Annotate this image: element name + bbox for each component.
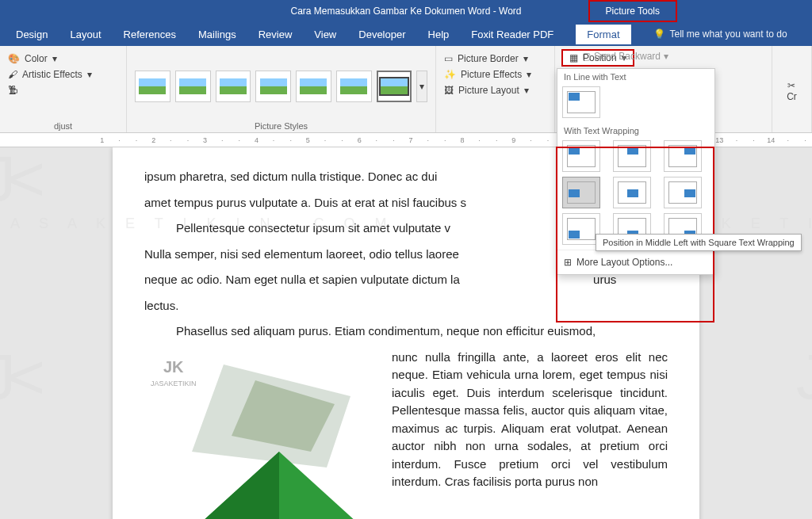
effects-label: Picture Effects <box>461 69 522 80</box>
style-thumb-5[interactable] <box>296 71 331 102</box>
pic-layout-icon: 🖼 <box>444 85 454 96</box>
position-top-center[interactable] <box>613 140 651 172</box>
send-backward-label: Send Backward <box>594 51 661 62</box>
picture-effects-button[interactable]: ✨Picture Effects ▾ <box>444 67 546 82</box>
svg-marker-3 <box>192 452 279 520</box>
color-button[interactable]: 🎨Color ▾ <box>8 51 118 67</box>
picture-tools-tab-group[interactable]: Picture Tools <box>588 0 677 22</box>
layout-label: Picture Layout <box>458 85 519 96</box>
color-icon: 🎨 <box>8 53 20 64</box>
p1a: ipsum pharetra, sed dictum nulla tristiq… <box>144 170 418 183</box>
position-middle-center[interactable] <box>613 177 651 208</box>
style-thumb-1[interactable] <box>135 71 170 102</box>
send-backward-button[interactable]: ▢Send Backward ▾ <box>582 51 668 62</box>
more-icon: ⊞ <box>564 257 572 268</box>
styles-more-button[interactable]: ▾ <box>416 71 427 102</box>
tab-foxit[interactable]: Foxit Reader PDF <box>471 29 553 40</box>
adjust-group-label: djust <box>8 121 118 131</box>
artistic-effects-button[interactable]: 🖌Artistic Effects ▾ <box>8 67 118 82</box>
styles-group-label: Picture Styles <box>135 121 427 131</box>
tab-references[interactable]: References <box>124 29 176 40</box>
flyout-section-wrap: With Text Wrapping <box>557 123 714 135</box>
paragraph-6: lectus. <box>144 297 668 315</box>
compress-icon: 🗜 <box>8 85 17 96</box>
border-label: Picture Border <box>458 53 519 64</box>
image-watermark: JK JASAKETIKIN <box>151 355 197 390</box>
group-arrange: ▦ Position ▾ In Line with Text With Text… <box>555 46 772 132</box>
position-middle-left[interactable] <box>562 177 600 208</box>
compress-button[interactable]: 🗜 <box>8 82 118 98</box>
style-thumb-6[interactable] <box>336 71 372 102</box>
style-thumb-4[interactable] <box>255 71 291 102</box>
crop-button[interactable]: ✂ Cr <box>787 80 797 102</box>
group-picture-styles: ▾ Picture Styles <box>127 46 436 132</box>
flyout-section-inline: In Line with Text <box>557 69 714 82</box>
artistic-label: Artistic Effects <box>22 69 82 80</box>
style-thumb-7[interactable] <box>377 71 412 102</box>
tab-format[interactable]: Format <box>576 25 630 44</box>
lightbulb-icon: 💡 <box>653 29 665 40</box>
color-label: Color <box>25 53 48 64</box>
wrapped-paragraph: nunc nulla fringilla ante, a laoreet ero… <box>392 349 668 520</box>
crop-label: Cr <box>787 91 797 102</box>
title-bar: Cara Memasukkan Gambar Ke Dokumen Word -… <box>0 0 812 22</box>
group-adjust: 🎨Color ▾ 🖌Artistic Effects ▾ 🗜 djust <box>0 46 127 132</box>
position-icon: ▦ <box>569 52 578 63</box>
position-top-left[interactable] <box>562 140 600 172</box>
styles-gallery: ▾ <box>135 51 427 121</box>
ribbon: 🎨Color ▾ 🖌Artistic Effects ▾ 🗜 djust ▾ P… <box>0 46 812 133</box>
position-grid <box>557 135 714 250</box>
position-inline[interactable] <box>562 86 600 118</box>
tab-review[interactable]: Review <box>259 29 293 40</box>
more-label: More Layout Options... <box>576 257 672 268</box>
tab-help[interactable]: Help <box>428 29 450 40</box>
group-size: ✂ Cr <box>772 46 812 132</box>
style-thumb-3[interactable] <box>216 71 251 102</box>
position-middle-right[interactable] <box>664 177 702 208</box>
paragraph-7: Phasellus sed aliquam purus. Etiam condi… <box>144 322 668 341</box>
position-bottom-left[interactable] <box>562 213 600 245</box>
window-title: Cara Memasukkan Gambar Ke Dokumen Word -… <box>291 6 522 17</box>
inserted-picture[interactable]: JK JASAKETIKIN <box>144 349 382 520</box>
position-top-right[interactable] <box>664 140 702 172</box>
wrapped-content: JK JASAKETIKIN nunc nulla fringilla ante… <box>144 349 668 520</box>
p5a: neque ac odio. Nam eget nulla et sapien … <box>144 273 460 286</box>
p1b: dui <box>421 170 437 183</box>
tell-me-search[interactable]: 💡 Tell me what you want to do <box>653 29 787 40</box>
p3a: Pellentesque consectetur ipsum sit amet … <box>176 221 450 235</box>
effects-icon: 🖌 <box>8 69 17 80</box>
more-layout-options[interactable]: ⊞More Layout Options... <box>557 250 714 274</box>
picture-layout-button[interactable]: 🖼Picture Layout ▾ <box>444 82 546 98</box>
tab-view[interactable]: View <box>314 29 336 40</box>
ribbon-tabs: Design Layout References Mailings Review… <box>0 22 812 46</box>
tab-design[interactable]: Design <box>16 29 48 40</box>
picture-border-button[interactable]: ▭Picture Border ▾ <box>444 51 546 67</box>
tab-developer[interactable]: Developer <box>358 29 405 40</box>
group-picture-options: ▭Picture Border ▾ ✨Picture Effects ▾ 🖼Pi… <box>436 46 555 132</box>
pic-effects-icon: ✨ <box>444 69 456 80</box>
position-tooltip: Position in Middle Left with Square Text… <box>596 234 802 251</box>
border-icon: ▭ <box>444 53 453 64</box>
style-thumb-2[interactable] <box>175 71 211 102</box>
tab-mailings[interactable]: Mailings <box>198 29 236 40</box>
position-flyout: In Line with Text With Text Wrapping P <box>557 68 715 275</box>
crop-icon: ✂ <box>787 80 797 91</box>
tab-layout[interactable]: Layout <box>70 29 101 40</box>
send-backward-icon: ▢ <box>582 51 591 62</box>
tell-me-label: Tell me what you want to do <box>670 29 787 40</box>
